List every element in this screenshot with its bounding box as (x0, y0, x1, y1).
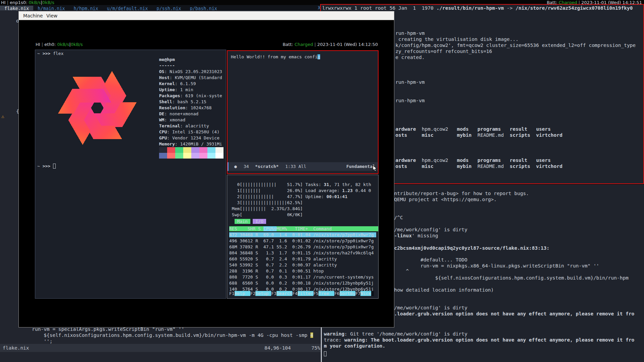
bar-segment: 0kB/s (42, 0, 54, 5)
terminal-line: trace: warning: The boot.loader.grub.ver… (324, 337, 634, 343)
host-network-status: HI | enp1s0: 0kB/s|0kB/s (1, 0, 54, 5)
terminal-line: GPU: Vendor 1234 Device (159, 135, 219, 141)
terminal-line: me@hpm (159, 57, 175, 63)
modeline-percent: 75% (311, 344, 320, 352)
bar-segment: 0kB/s (71, 42, 83, 47)
terminal-line: Resolution: 1024x768 (159, 105, 212, 111)
terminal-line: m your configuration. (324, 343, 385, 349)
palette-swatch (191, 153, 199, 159)
emacs-tab-bar: flake.nixh/main.nixh/hpm.nixu/m/default.… (0, 5, 323, 10)
bar-segment: 0kB/s (57, 42, 69, 47)
vm-terminal-htop[interactable]: 0[||||||||||||| 51.7%] Tasks: 31, 71 thr… (227, 175, 379, 299)
bar-segment: 0kB/s (29, 0, 41, 5)
palette-swatch (207, 147, 215, 153)
vm-battery-clock: Batt: Charged | 2023-11-01 (Wed) 14:12:5… (283, 42, 378, 47)
terminal-line: 496 30612 R 67.7 1.6 0:01.02 /nix/store/… (229, 238, 374, 244)
terminal-line: 0[||||||||||||| 51.7%] Tasks: 31, 71 thr… (229, 182, 371, 188)
terminal-line: CPU: Intel i5-8250U (4) (159, 129, 219, 135)
buffer-number: 34 (244, 162, 249, 171)
vm-display: HI | eth0: 0kB/s|0kB/s Batt: Charged | 2… (35, 41, 379, 299)
bar-segment: | (313, 42, 317, 47)
desktop-root: HI | enp1s0: 0kB/s|0kB/s Batt: Charged |… (0, 0, 644, 362)
terminal-line: Swp[ 0K/0K] (229, 212, 303, 218)
major-mode: Fundamental (346, 162, 375, 171)
terminal-line: Host: KVM/QEMU (Standard (159, 75, 222, 81)
vm-network-status: HI | eth0: 0kB/s|0kB/s (36, 42, 83, 47)
terminal-line: F1Help F2Setup F3SearchF4FilterF5Tree F6… (229, 291, 374, 297)
terminal-line: 688 6560 S 0.0 0.2 0:00.18 /nix/store/12… (229, 280, 374, 286)
terminal-line: RES SHR S CPU%▽MEM% TIME+ Command (229, 226, 379, 232)
terminal-line: ~ >>> flex (37, 51, 63, 57)
terminal-line: Uptime: 1 min (159, 87, 193, 93)
menu-view[interactable]: View (46, 11, 57, 20)
terminal-line: 660 55920 S 0.7 2.4 0:01.79 alacritty (229, 256, 337, 262)
terminal-line: 3[|||||||||||||||||62.5%] (229, 200, 303, 206)
bar-segment: Batt: (283, 42, 295, 47)
palette-swatch (199, 153, 207, 159)
terminal-line: ------ (159, 63, 175, 69)
terminal-line (324, 351, 327, 357)
terminal-line: Kernel: 6.1.59 (159, 81, 196, 87)
palette-swatch (199, 147, 207, 153)
palette-swatch (215, 147, 224, 153)
terminal-line: Shell: bash 5.2.15 (159, 99, 206, 105)
bar-segment: | (6, 0, 10, 5)
bar-segment: eth0: (44, 42, 57, 47)
terminal-line: 808 7720 S 0.0 0.3 0:01.17 /run/current-… (229, 274, 374, 280)
mouse-cursor (372, 165, 378, 172)
terminal-line: 804 36848 S 1.3 1.7 0:01.15 /nix/store/h… (229, 250, 374, 256)
terminal-line: 288 3196 R 0.7 0.1 0:00.51 htop (229, 268, 324, 274)
palette-swatch (167, 147, 175, 153)
terminal-line: DE: none+xmonad (159, 111, 198, 117)
terminal-line: 472 30468 R 69.0 1.4 0:01.04 /nix/store/… (229, 232, 376, 238)
palette-swatch (159, 153, 167, 159)
palette-swatch (191, 147, 199, 153)
terminal-line: Main I/O (229, 219, 266, 225)
vm-emacs-window[interactable]: Hello World!! from my emacs config ● 34 … (227, 50, 379, 174)
buffer-position: 1:33 All (285, 162, 306, 171)
modeline-filename: flake.nix (3, 344, 29, 352)
menu-machine[interactable]: Machine (23, 11, 43, 20)
palette-swatch (207, 153, 215, 159)
terminal-line: 540 53992 S 0.7 2.2 0:00.97 alacritty (229, 262, 337, 268)
vm-terminal-fastfetch[interactable]: ~ >>> flexme@hpm------OS: NixOS 23.05.20… (35, 50, 226, 299)
bar-segment: HI (36, 42, 40, 47)
palette-swatch (183, 153, 191, 159)
emacs-modeline: flake.nix 84,96-104 75% (0, 344, 323, 352)
bar-segment: enp1s0: (10, 0, 29, 5)
palette-swatch (159, 147, 167, 153)
bar-segment: | (40, 42, 45, 47)
scratch-buffer-text: Hello World!! from my emacs config (228, 51, 378, 173)
terminal-line: Terminal: alacritty (159, 123, 209, 129)
bar-segment: Charged (295, 42, 313, 47)
qemu-menubar: Machine View (19, 11, 394, 20)
terminal-line: ~ >>> (37, 163, 56, 169)
terminal-line: Memory: 1420MiB / 3931Mi (159, 141, 222, 147)
buffer-name: *scratch* (255, 162, 279, 171)
terminal-line: lrwxrwxrwx 1 root root 56 Jan 1 1970 ./r… (322, 5, 633, 11)
fastfetch-output: ~ >>> flexme@hpm------OS: NixOS 23.05.20… (35, 50, 226, 298)
terminal-line: Mem[||||||||| 2.37G/3.84G] (229, 206, 303, 212)
modeline-position: 84,96-104 (264, 344, 291, 352)
bar-segment: 2023-11-01 (Wed) 14:12:50 (317, 42, 378, 47)
terminal-line: WM: xmonad (159, 117, 185, 123)
palette-swatch (215, 153, 224, 159)
terminal-line: warning: Git tree '/home/me/work/config'… (324, 331, 467, 337)
terminal-line: 68M 37892 R 47.1 55.2 0:26.79 /nix/store… (229, 244, 374, 250)
terminal-line: OS: NixOS 23.05.20231023 (159, 69, 222, 75)
vm-status-bar: HI | eth0: 0kB/s|0kB/s Batt: Charged | 2… (35, 41, 379, 50)
terminal-line: 2[|||||||||||| 47.7%] Uptime: 00:01:41 (229, 194, 347, 200)
bar-segment: HI (1, 0, 6, 5)
modified-indicator: ● (234, 162, 237, 171)
terminal-line: Hello World!! from my emacs config (231, 54, 320, 60)
qemu-window[interactable]: Machine View HI | eth0: 0kB/s|0kB/s Batt… (18, 11, 394, 327)
terminal-color-palette (159, 147, 224, 159)
terminal-line: ${self.nixosConfigurations.hpm.config.sy… (3, 332, 313, 338)
palette-swatch (175, 147, 183, 153)
terminal-line: Packages: 619 (nix-syste (159, 93, 222, 99)
htop-output: 0[||||||||||||| 51.7%] Tasks: 31, 71 thr… (227, 175, 378, 298)
terminal-line: ''; (3, 338, 52, 344)
palette-swatch (183, 147, 191, 153)
modeline-accent-bar (228, 162, 229, 171)
emacs-minibuffer[interactable] (0, 352, 323, 362)
